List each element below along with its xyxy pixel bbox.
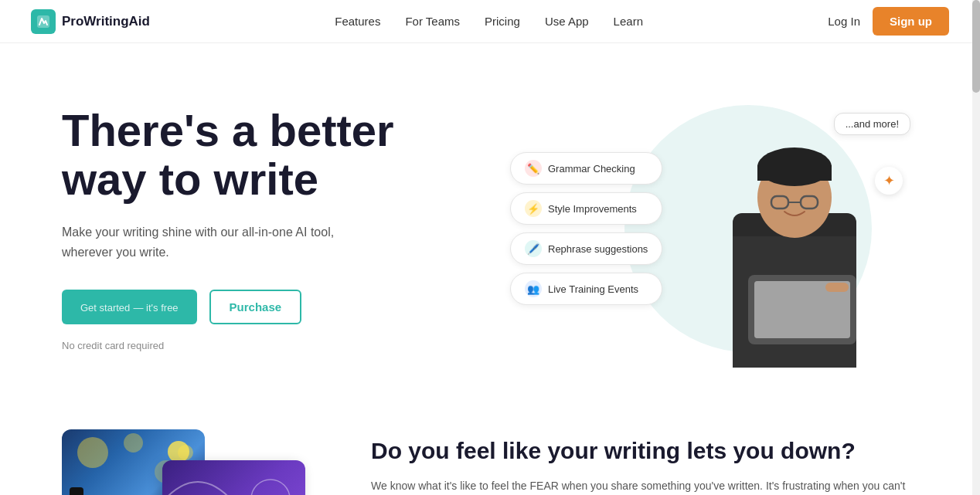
feature-card-style: ⚡ Style Improvements — [510, 192, 662, 225]
nav-pricing[interactable]: Pricing — [485, 15, 520, 28]
nav-actions: Log In Sign up — [828, 7, 949, 36]
hero-title: There's a better way to write — [62, 106, 495, 205]
grammar-icon: ✏️ — [525, 160, 542, 177]
login-button[interactable]: Log In — [828, 15, 860, 28]
more-bubble: ...and more! — [834, 113, 910, 135]
star-icon: ✦ — [883, 172, 895, 189]
overlay-card — [162, 460, 305, 495]
hero-person-illustration — [709, 128, 880, 368]
feature-card-rephrase: 🖊️ Rephrase suggestions — [510, 232, 662, 265]
logo-text: ProWritingAid — [62, 14, 150, 29]
section2-title: Do you feel like your writing lets you d… — [371, 437, 918, 465]
training-icon: 👥 — [525, 280, 542, 297]
svg-rect-12 — [825, 283, 849, 292]
hero-content: There's a better way to write Make your … — [62, 106, 495, 352]
svg-point-13 — [251, 480, 290, 495]
hero-buttons: Get started — it's free Purchase — [62, 290, 495, 324]
section2-image: My idea in my head — [62, 429, 325, 495]
feature-cards: ✏️ Grammar Checking ⚡ Style Improvements… — [510, 152, 662, 305]
navbar: ProWritingAid Features For Teams Pricing… — [0, 0, 980, 43]
style-icon: ⚡ — [525, 200, 542, 217]
nav-features[interactable]: Features — [335, 15, 380, 28]
nav-learn[interactable]: Learn — [614, 15, 643, 28]
section2: My idea in my head Do you feel like your… — [0, 398, 980, 495]
nav-links: Features For Teams Pricing Use App Learn — [335, 15, 643, 29]
logo-link[interactable]: ProWritingAid — [31, 9, 150, 34]
get-started-button[interactable]: Get started — it's free — [62, 290, 197, 324]
hero-subtitle: Make your writing shine with our all-in-… — [62, 222, 371, 262]
purchase-button[interactable]: Purchase — [209, 290, 302, 324]
hero-note: No credit card required — [62, 340, 495, 351]
hero-section: There's a better way to write Make your … — [0, 43, 980, 398]
svg-rect-5 — [757, 165, 832, 181]
nav-use-app[interactable]: Use App — [545, 15, 589, 28]
star-badge: ✦ — [875, 167, 903, 195]
hero-illustration: ✏️ Grammar Checking ⚡ Style Improvements… — [495, 90, 918, 368]
rephrase-icon: 🖊️ — [525, 240, 542, 257]
feature-card-grammar: ✏️ Grammar Checking — [510, 152, 662, 185]
section2-text: We know what it's like to feel the FEAR … — [371, 477, 918, 495]
logo-icon — [31, 9, 56, 34]
section2-content: Do you feel like your writing lets you d… — [371, 429, 918, 495]
scrollbar[interactable] — [972, 0, 980, 495]
nav-for-teams[interactable]: For Teams — [405, 15, 460, 28]
feature-card-training: 👥 Live Training Events — [510, 273, 662, 305]
signup-button[interactable]: Sign up — [873, 7, 949, 36]
scrollbar-thumb[interactable] — [972, 0, 980, 93]
